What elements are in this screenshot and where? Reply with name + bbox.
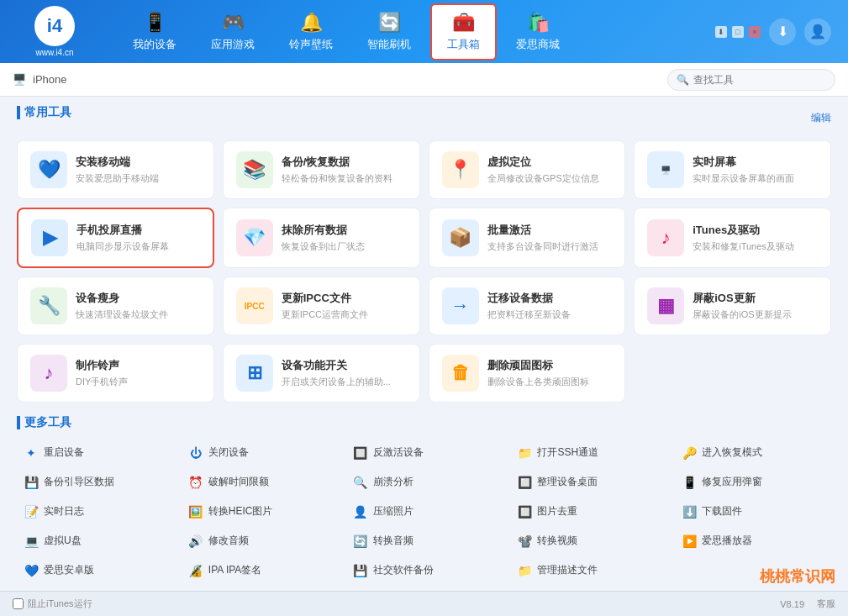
delete-icons-name: 删除顽固图标 bbox=[487, 358, 613, 373]
nav-item-toolbox[interactable]: 🧰 工具箱 bbox=[430, 3, 497, 61]
nav-item-smart-flash[interactable]: 🔄 智能刷机 bbox=[352, 5, 426, 59]
more-tool-open-ssh[interactable]: 📁 打开SSH通道 bbox=[510, 440, 666, 465]
more-tool-realtime-log[interactable]: 📝 实时日志 bbox=[17, 499, 173, 524]
more-tool-convert-heic[interactable]: 🖼️ 转换HEIC图片 bbox=[182, 499, 338, 524]
user-btn[interactable]: 👤 bbox=[804, 18, 831, 45]
tool-card-update-ipcc[interactable]: IPCC 更新IPCC文件 更新IPCC运营商文件 bbox=[223, 276, 420, 335]
more-tool-convert-audio[interactable]: 🔄 转换音频 bbox=[346, 529, 503, 553]
delete-icons-desc: 删除设备上各类顽固图标 bbox=[487, 376, 613, 387]
more-tool-break-time[interactable]: ⏰ 破解时间限额 bbox=[182, 470, 338, 494]
nav-item-app-game[interactable]: 🎮 应用游戏 bbox=[196, 5, 270, 59]
backup-restore-text: 备份/恢复数据 轻松备份和恢复设备的资料 bbox=[282, 155, 407, 184]
more-tool-modify-audio[interactable]: 🔊 修改音频 bbox=[182, 529, 338, 553]
modify-audio-icon: 🔊 bbox=[188, 534, 203, 548]
more-tool-fix-app-popup[interactable]: 📱 修复应用弹窗 bbox=[675, 470, 831, 494]
minimize-btn[interactable]: ⬇ bbox=[715, 26, 727, 38]
more-tool-aisi-android[interactable]: 💙 爱思安卓版 bbox=[17, 558, 173, 582]
logo-icon: i4 bbox=[34, 6, 75, 46]
phone-cast-text: 手机投屏直播 电脑同步显示设备屏幕 bbox=[76, 223, 200, 252]
version-label: V8.19 bbox=[780, 599, 804, 609]
nav-item-my-device[interactable]: 📱 我的设备 bbox=[118, 5, 192, 59]
more-tool-deactivate[interactable]: 🔲 反激活设备 bbox=[346, 440, 503, 465]
manage-profiles-label: 管理描述文件 bbox=[537, 563, 598, 577]
nav-item-aisi-store[interactable]: 🛍️ 爱思商城 bbox=[501, 5, 575, 59]
ipa-sign-label: IPA IPA签名 bbox=[208, 563, 262, 577]
tool-card-itunes-driver[interactable]: ♪ iTunes及驱动 安装和修复iTunes及驱动 bbox=[634, 208, 831, 268]
batch-activate-text: 批量激活 支持多台设备同时进行激活 bbox=[487, 223, 613, 252]
more-tool-shutdown-device[interactable]: ⏻ 关闭设备 bbox=[182, 440, 338, 465]
more-tool-manage-profiles[interactable]: 📁 管理描述文件 bbox=[510, 558, 666, 582]
more-tool-backup-guide[interactable]: 💾 备份引导区数据 bbox=[17, 470, 173, 494]
block-ios-update-desc: 屏蔽设备的iOS更新提示 bbox=[693, 308, 818, 320]
tool-card-backup-restore[interactable]: 📚 备份/恢复数据 轻松备份和恢复设备的资料 bbox=[223, 140, 420, 199]
my-device-label: 我的设备 bbox=[133, 37, 176, 52]
my-device-icon: 📱 bbox=[144, 12, 166, 34]
common-tools-section: 常用工具 编辑 💙 安装移动端 安装爱思助手移动端 📚 备份/恢复数据 轻松备份… bbox=[17, 105, 831, 403]
tool-card-make-ringtone[interactable]: ♪ 制作铃声 DIY手机铃声 bbox=[17, 344, 214, 403]
search-box[interactable]: 🔍 bbox=[667, 69, 835, 91]
more-tool-ipa-sign[interactable]: 🔏 IPA IPA签名 bbox=[182, 558, 338, 582]
tool-card-install-mobile[interactable]: 💙 安装移动端 安装爱思助手移动端 bbox=[17, 140, 214, 199]
more-tool-recovery-mode[interactable]: 🔑 进入恢复模式 bbox=[675, 440, 831, 465]
common-tools-grid: 💙 安装移动端 安装爱思助手移动端 📚 备份/恢复数据 轻松备份和恢复设备的资料… bbox=[17, 140, 831, 403]
compress-photos-label: 压缩照片 bbox=[373, 504, 413, 519]
aisi-store-label: 爱思商城 bbox=[516, 37, 560, 52]
tool-card-delete-icons[interactable]: 🗑 删除顽固图标 删除设备上各类顽固图标 bbox=[429, 344, 626, 403]
social-backup-label: 社交软件备份 bbox=[373, 563, 434, 577]
realtime-log-label: 实时日志 bbox=[44, 504, 84, 519]
tool-card-erase-data[interactable]: 💎 抹除所有数据 恢复设备到出厂状态 bbox=[223, 208, 420, 268]
phone-cast-icon: ▶ bbox=[31, 219, 68, 256]
leak-analysis-icon: 🔍 bbox=[353, 476, 368, 489]
more-tool-compress-photos[interactable]: 👤 压缩照片 bbox=[346, 499, 503, 524]
phone-cast-name: 手机投屏直播 bbox=[76, 223, 200, 238]
social-backup-icon: 💾 bbox=[353, 564, 368, 577]
itunes-driver-name: iTunes及驱动 bbox=[693, 223, 818, 238]
header-right: ⬇ □ × ⬇ 👤 bbox=[715, 18, 831, 45]
more-tool-leak-analysis[interactable]: 🔍 崩溃分析 bbox=[346, 470, 503, 494]
search-input[interactable] bbox=[693, 74, 819, 86]
organize-desktop-label: 整理设备桌面 bbox=[537, 475, 598, 489]
smart-flash-label: 智能刷机 bbox=[367, 37, 411, 52]
footer: 阻止iTunes运行 V8.19 客服 bbox=[0, 591, 848, 616]
update-ipcc-desc: 更新IPCC运营商文件 bbox=[282, 308, 407, 320]
tool-card-virtual-location[interactable]: 📍 虚拟定位 全局修改设备GPS定位信息 bbox=[429, 140, 626, 199]
recovery-mode-label: 进入恢复模式 bbox=[702, 445, 762, 460]
subheader: 🖥️ iPhone 🔍 bbox=[0, 63, 848, 97]
tool-card-realtime-screen[interactable]: 🖥️ 实时屏幕 实时显示设备屏幕的画面 bbox=[634, 140, 831, 199]
more-tool-social-backup[interactable]: 💾 社交软件备份 bbox=[346, 558, 503, 582]
tool-card-device-slim[interactable]: 🔧 设备瘦身 快速清理设备垃圾文件 bbox=[17, 276, 214, 335]
tool-card-block-ios-update[interactable]: ▦ 屏蔽iOS更新 屏蔽设备的iOS更新提示 bbox=[634, 276, 831, 335]
deactivate-icon: 🔲 bbox=[353, 446, 368, 460]
make-ringtone-name: 制作铃声 bbox=[76, 358, 201, 373]
close-btn[interactable]: × bbox=[749, 26, 761, 38]
tool-card-migrate-data[interactable]: → 迁移设备数据 把资料迁移至新设备 bbox=[429, 276, 626, 335]
tool-card-phone-cast[interactable]: ▶ 手机投屏直播 电脑同步显示设备屏幕 bbox=[17, 208, 214, 268]
more-tool-reboot-device[interactable]: ✦ 重启设备 bbox=[17, 440, 173, 465]
break-time-label: 破解时间限额 bbox=[208, 475, 269, 489]
more-tool-convert-video[interactable]: 📽️ 转换视频 bbox=[510, 529, 666, 553]
device-slim-icon: 🔧 bbox=[30, 287, 67, 324]
convert-video-label: 转换视频 bbox=[537, 534, 577, 548]
tool-card-batch-activate[interactable]: 📦 批量激活 支持多台设备同时进行激活 bbox=[429, 208, 626, 268]
maximize-btn[interactable]: □ bbox=[732, 26, 744, 38]
more-tools-grid: ✦ 重启设备 ⏻ 关闭设备 🔲 反激活设备 📁 打开SSH通道 🔑 进入恢复模式… bbox=[17, 440, 831, 582]
more-tool-photo-dedup[interactable]: 🔲 图片去重 bbox=[510, 499, 666, 524]
more-tool-download-firmware[interactable]: ⬇️ 下载固件 bbox=[675, 499, 831, 524]
virtual-udisk-icon: 💻 bbox=[24, 534, 39, 548]
device-functions-desc: 开启或关闭设备上的辅助... bbox=[282, 376, 407, 387]
download-btn[interactable]: ⬇ bbox=[769, 18, 796, 45]
recovery-mode-icon: 🔑 bbox=[682, 446, 697, 460]
migrate-data-icon: → bbox=[442, 287, 479, 324]
tool-card-device-functions[interactable]: ⊞ 设备功能开关 开启或关闭设备上的辅助... bbox=[223, 344, 420, 403]
search-icon: 🔍 bbox=[677, 74, 689, 86]
toolbox-icon: 🧰 bbox=[452, 12, 475, 34]
more-tool-aisi-player[interactable]: ▶️ 爱思播放器 bbox=[675, 529, 831, 553]
edit-button[interactable]: 编辑 bbox=[811, 111, 831, 125]
more-tool-virtual-udisk[interactable]: 💻 虚拟U盘 bbox=[17, 529, 173, 553]
device-slim-desc: 快速清理设备垃圾文件 bbox=[76, 308, 201, 320]
nav-item-ringtone[interactable]: 🔔 铃声壁纸 bbox=[274, 5, 348, 59]
more-tool-organize-desktop[interactable]: 🔲 整理设备桌面 bbox=[510, 470, 666, 494]
make-ringtone-text: 制作铃声 DIY手机铃声 bbox=[76, 358, 201, 387]
block-itunes-checkbox[interactable] bbox=[13, 598, 24, 609]
install-mobile-desc: 安装爱思助手移动端 bbox=[76, 172, 201, 184]
